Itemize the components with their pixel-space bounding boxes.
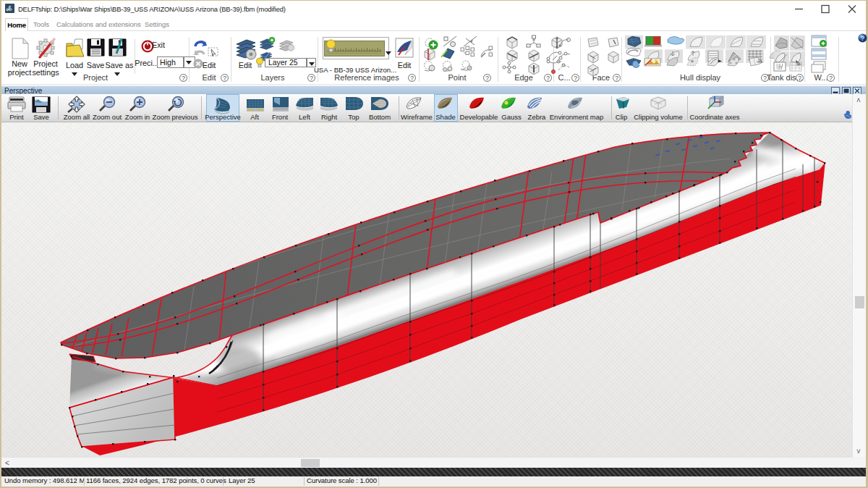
svg-text:?: ?: [861, 35, 864, 42]
